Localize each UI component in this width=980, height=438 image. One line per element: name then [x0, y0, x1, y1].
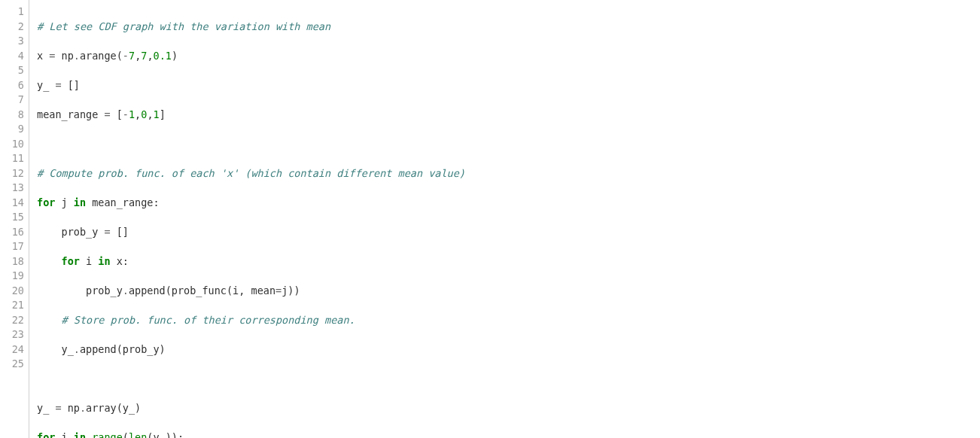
code-line[interactable]: for i in x: — [37, 254, 980, 269]
line-number: 19 — [0, 269, 24, 284]
line-number: 1 — [0, 5, 24, 20]
code-line[interactable]: x = np.arange(-7,7,0.1) — [37, 49, 980, 64]
line-number: 20 — [0, 284, 24, 299]
line-number-gutter: 1 2 3 4 5 6 7 8 9 10 11 12 13 14 15 16 1… — [0, 0, 29, 438]
code-line[interactable]: mean_range = [-1,0,1] — [37, 108, 980, 123]
code-line[interactable]: for i in range(len(y_)): — [37, 430, 980, 439]
line-number: 9 — [0, 122, 24, 137]
code-line[interactable]: y_ = np.array(y_) — [37, 401, 980, 416]
line-number: 4 — [0, 49, 24, 64]
code-cell: 1 2 3 4 5 6 7 8 9 10 11 12 13 14 15 16 1… — [0, 0, 980, 438]
code-area[interactable]: # Let see CDF graph with the variation w… — [29, 0, 980, 438]
line-number: 6 — [0, 78, 24, 93]
line-number: 15 — [0, 210, 24, 225]
line-number: 8 — [0, 108, 24, 123]
line-number: 24 — [0, 342, 24, 357]
line-number: 13 — [0, 181, 24, 196]
line-number: 17 — [0, 239, 24, 254]
line-number: 11 — [0, 151, 24, 166]
code-line[interactable]: # Store prob. func. of their correspondi… — [37, 313, 980, 328]
code-line[interactable] — [37, 372, 980, 387]
code-line[interactable]: prob_y.append(prob_func(i, mean=j)) — [37, 284, 980, 299]
comment: # Store prob. func. of their correspondi… — [62, 314, 355, 326]
code-line[interactable]: prob_y = [] — [37, 225, 980, 240]
line-number: 16 — [0, 225, 24, 240]
code-line[interactable]: y_ = [] — [37, 78, 980, 93]
code-line[interactable]: for j in mean_range: — [37, 196, 980, 211]
comment: # Let see CDF graph with the variation w… — [37, 20, 330, 32]
line-number: 12 — [0, 166, 24, 181]
code-line[interactable]: y_.append(prob_y) — [37, 342, 980, 357]
line-number: 22 — [0, 313, 24, 328]
line-number: 25 — [0, 357, 24, 372]
code-line[interactable]: # Compute prob. func. of each 'x' (which… — [37, 166, 980, 181]
code-line[interactable] — [37, 137, 980, 152]
line-number: 10 — [0, 137, 24, 152]
line-number: 3 — [0, 34, 24, 49]
line-number: 5 — [0, 63, 24, 78]
line-number: 14 — [0, 196, 24, 211]
comment: # Compute prob. func. of each 'x' (which… — [37, 167, 465, 179]
line-number: 23 — [0, 327, 24, 342]
line-number: 21 — [0, 298, 24, 313]
line-number: 18 — [0, 254, 24, 269]
line-number: 2 — [0, 20, 24, 35]
line-number: 7 — [0, 93, 24, 108]
code-line[interactable]: # Let see CDF graph with the variation w… — [37, 20, 980, 35]
